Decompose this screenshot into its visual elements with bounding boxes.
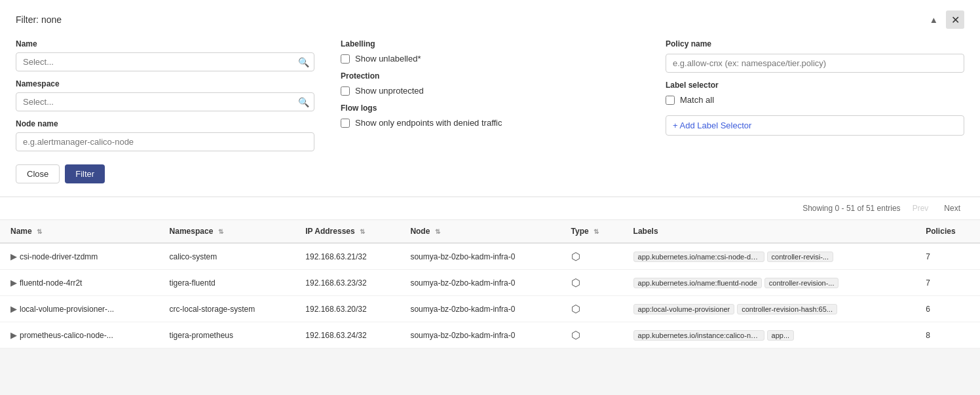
table-section: Showing 0 - 51 of 51 entries Prev Next N… bbox=[0, 197, 980, 348]
cell-name: ▶fluentd-node-4rr2t bbox=[0, 270, 159, 296]
table-header: Name ⇅ Namespace ⇅ IP Addresses ⇅ Node ⇅… bbox=[0, 220, 980, 243]
label-badge: controller-revisi-... bbox=[767, 252, 833, 262]
labelling-title: Labelling bbox=[341, 39, 639, 48]
endpoint-type-icon: ⬡ bbox=[571, 329, 580, 341]
show-unlabelled-input[interactable] bbox=[341, 54, 350, 64]
namespace-input[interactable] bbox=[16, 92, 314, 111]
cell-ip: 192.168.63.24/32 bbox=[295, 322, 400, 348]
match-all-label: Match all bbox=[680, 95, 714, 105]
cell-policies: 7 bbox=[915, 243, 980, 270]
close-panel-button[interactable]: ✕ bbox=[946, 10, 964, 29]
cell-labels: app:local-volume-provisionercontroller-r… bbox=[623, 296, 916, 322]
row-expand-button[interactable]: ▶ bbox=[10, 252, 17, 261]
endpoint-name: fluentd-node-4rr2t bbox=[20, 278, 82, 288]
filter-column-2: Labelling Show unlabelled* Protection Sh… bbox=[341, 39, 639, 183]
cell-labels: app.kubernetes.io/name:fluentd-nodecontr… bbox=[623, 270, 916, 296]
flow-logs-section: Flow logs Show only endpoints with denie… bbox=[341, 103, 639, 128]
endpoint-name: local-volume-provisioner-... bbox=[20, 305, 114, 314]
label-badge: app.kubernetes.io/instance:calico-node-p… bbox=[633, 330, 764, 341]
prev-button[interactable]: Prev bbox=[909, 202, 933, 214]
node-name-input[interactable] bbox=[16, 132, 314, 151]
col-header-type: Type ⇅ bbox=[561, 220, 623, 243]
collapse-button[interactable]: ▲ bbox=[927, 12, 941, 28]
label-selector-section: Label selector Match all + Add Label Sel… bbox=[666, 81, 964, 136]
cell-node: soumya-bz-0zbo-kadm-infra-0 bbox=[400, 322, 560, 348]
policies-count: 7 bbox=[926, 278, 930, 288]
name-input[interactable] bbox=[16, 52, 314, 71]
chevron-up-icon: ▲ bbox=[930, 15, 938, 25]
name-sort-icon[interactable]: ⇅ bbox=[37, 228, 42, 235]
row-expand-button[interactable]: ▶ bbox=[10, 278, 17, 288]
match-all-checkbox[interactable]: Match all bbox=[666, 95, 964, 105]
cell-ip: 192.168.63.23/32 bbox=[295, 270, 400, 296]
close-button[interactable]: Close bbox=[16, 164, 60, 183]
cell-policies: 8 bbox=[915, 322, 980, 348]
label-badge: controller-revision-hash:65... bbox=[737, 304, 837, 314]
row-expand-button[interactable]: ▶ bbox=[10, 304, 17, 314]
col-header-ip: IP Addresses ⇅ bbox=[295, 220, 400, 243]
show-unprotected-input[interactable] bbox=[341, 86, 350, 96]
pagination-info: Showing 0 - 51 of 51 entries bbox=[802, 204, 900, 213]
namespace-select-wrapper: 🔍 bbox=[16, 92, 314, 111]
close-icon: ✕ bbox=[951, 14, 960, 26]
namespace-label: Namespace bbox=[16, 79, 314, 88]
cell-namespace: tigera-fluentd bbox=[159, 270, 295, 296]
add-label-selector-button[interactable]: + Add Label Selector bbox=[666, 115, 964, 136]
show-denied-input[interactable] bbox=[341, 119, 350, 128]
action-buttons: Close Filter bbox=[16, 164, 314, 183]
namespace-sort-icon[interactable]: ⇅ bbox=[218, 228, 223, 235]
cell-name: ▶local-volume-provisioner-... bbox=[0, 296, 159, 322]
table-row: ▶fluentd-node-4rr2ttigera-fluentd192.168… bbox=[0, 270, 980, 296]
show-unlabelled-checkbox[interactable]: Show unlabelled* bbox=[341, 54, 639, 64]
namespace-search-icon: 🔍 bbox=[298, 97, 309, 107]
label-badge: app.kubernetes.io/name:fluentd-node bbox=[633, 278, 762, 288]
show-unprotected-checkbox[interactable]: Show unprotected bbox=[341, 86, 639, 96]
endpoint-type-icon: ⬡ bbox=[571, 251, 580, 262]
cell-node: soumya-bz-0zbo-kadm-infra-0 bbox=[400, 296, 560, 322]
show-denied-checkbox[interactable]: Show only endpoints with denied traffic bbox=[341, 118, 639, 128]
ip-sort-icon[interactable]: ⇅ bbox=[360, 228, 365, 235]
row-expand-button[interactable]: ▶ bbox=[10, 330, 17, 340]
protection-title: Protection bbox=[341, 71, 639, 81]
next-button[interactable]: Next bbox=[940, 202, 964, 214]
endpoint-name: prometheus-calico-node-... bbox=[20, 331, 113, 340]
cell-namespace: tigera-prometheus bbox=[159, 322, 295, 348]
policy-name-section: Policy name bbox=[666, 39, 964, 73]
filter-column-3: Policy name Label selector Match all + A… bbox=[666, 39, 964, 183]
policy-name-input[interactable] bbox=[666, 54, 964, 73]
endpoint-type-icon: ⬡ bbox=[571, 277, 580, 288]
flow-logs-title: Flow logs bbox=[341, 103, 639, 113]
cell-labels: app.kubernetes.io/name:csi-node-driverco… bbox=[623, 243, 916, 270]
filter-body: Name 🔍 Namespace 🔍 Node name bbox=[16, 39, 964, 183]
name-label: Name bbox=[16, 39, 314, 48]
node-sort-icon[interactable]: ⇅ bbox=[435, 228, 440, 235]
match-all-input[interactable] bbox=[666, 96, 675, 105]
cell-namespace: crc-local-storage-system bbox=[159, 296, 295, 322]
cell-labels: app.kubernetes.io/instance:calico-node-p… bbox=[623, 322, 916, 348]
table-row: ▶prometheus-calico-node-...tigera-promet… bbox=[0, 322, 980, 348]
policy-name-wrapper bbox=[666, 54, 964, 73]
endpoint-name: csi-node-driver-tzdmm bbox=[20, 252, 98, 261]
labelling-section: Labelling Show unlabelled* bbox=[341, 39, 639, 64]
label-badge: app.kubernetes.io/name:csi-node-driver bbox=[633, 252, 764, 262]
type-sort-icon[interactable]: ⇅ bbox=[594, 228, 599, 235]
show-unlabelled-label: Show unlabelled* bbox=[355, 54, 421, 64]
filter-panel: Filter: none ▲ ✕ Name 🔍 Namespace bbox=[0, 0, 980, 197]
endpoints-table: Name ⇅ Namespace ⇅ IP Addresses ⇅ Node ⇅… bbox=[0, 220, 980, 348]
protection-section: Protection Show unprotected bbox=[341, 71, 639, 96]
node-name-label: Node name bbox=[16, 119, 314, 128]
label-selector-title: Label selector bbox=[666, 81, 964, 90]
col-header-policies: Policies bbox=[915, 220, 980, 243]
cell-policies: 7 bbox=[915, 270, 980, 296]
filter-button[interactable]: Filter bbox=[65, 164, 105, 183]
label-badge: app:local-volume-provisioner bbox=[633, 304, 735, 314]
name-search-icon: 🔍 bbox=[298, 57, 309, 67]
node-name-section: Node name bbox=[16, 119, 314, 151]
cell-namespace: calico-system bbox=[159, 243, 295, 270]
label-badge: app... bbox=[767, 330, 795, 341]
show-denied-label: Show only endpoints with denied traffic bbox=[355, 118, 502, 128]
table-row: ▶local-volume-provisioner-...crc-local-s… bbox=[0, 296, 980, 322]
node-name-wrapper bbox=[16, 132, 314, 151]
cell-name: ▶csi-node-driver-tzdmm bbox=[0, 243, 159, 270]
col-header-name: Name ⇅ bbox=[0, 220, 159, 243]
